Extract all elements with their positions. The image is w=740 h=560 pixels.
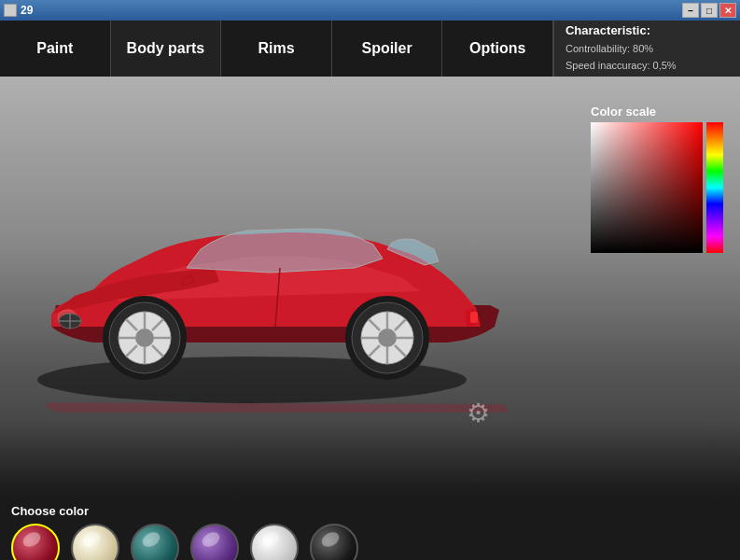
choose-color-label: Choose color (11, 504, 729, 518)
color-ball-color2 (71, 524, 119, 560)
swatch-color2[interactable]: Color2 (71, 524, 119, 560)
car-container (0, 95, 541, 413)
nav-rims[interactable]: Rims (221, 21, 332, 77)
close-button[interactable]: ✕ (719, 3, 736, 18)
car-svg (0, 95, 541, 413)
color-scale-label: Color scale (591, 105, 731, 119)
maximize-button[interactable]: □ (701, 3, 718, 18)
color-ball-color5 (250, 524, 299, 560)
swatch-color3[interactable]: Color3 (131, 524, 179, 560)
floor-shadow (0, 422, 740, 497)
svg-point-9 (135, 329, 154, 347)
color-ball-color6 (310, 524, 358, 560)
app-icon (4, 4, 17, 17)
color-gradient-picker[interactable] (591, 122, 703, 253)
nav-body-parts[interactable]: Body parts (111, 21, 222, 77)
minimize-button[interactable]: – (682, 3, 699, 18)
svg-point-21 (378, 329, 397, 347)
color-scale-container (591, 122, 731, 253)
gear-icon[interactable]: ⚙ (467, 398, 500, 431)
nav-paint[interactable]: Paint (0, 21, 111, 77)
controllability-stat: Controllability: 80% (565, 41, 729, 58)
swatch-color1[interactable]: Color1 (11, 524, 60, 560)
nav-options[interactable]: Options (442, 21, 553, 77)
characteristic-title: Characteristic: (565, 23, 729, 37)
color-scale-widget: Color scale (591, 105, 731, 253)
color-hue-slider[interactable] (706, 122, 723, 253)
title-bar: 29 – □ ✕ (0, 0, 740, 21)
title-bar-buttons: – □ ✕ (682, 3, 736, 18)
characteristic-panel: Characteristic: Controllability: 80% Spe… (553, 21, 740, 77)
color-ball-color1 (11, 524, 60, 560)
color-ball-color3 (131, 524, 179, 560)
swatch-color6[interactable]: Color6 (310, 524, 358, 560)
swatch-color5[interactable]: Color5 (250, 524, 299, 560)
nav-bar: Paint Body parts Rims Spoiler Options Ch… (0, 21, 740, 77)
window-title: 29 (21, 4, 33, 17)
nav-spoiler[interactable]: Spoiler (332, 21, 443, 77)
main-3d-area: ⚙ Color scale (0, 77, 740, 497)
title-bar-left: 29 (4, 4, 33, 17)
svg-rect-2 (470, 312, 478, 323)
color-ball-color4 (190, 524, 239, 560)
color-swatches: Color1Color2Color3Color4Color5Color6 (11, 524, 729, 560)
speed-stat: Speed inaccuracy: 0,5% (565, 58, 729, 75)
swatch-color4[interactable]: Color4 (190, 524, 239, 560)
bottom-panel: Choose color Color1Color2Color3Color4Col… (0, 497, 740, 560)
